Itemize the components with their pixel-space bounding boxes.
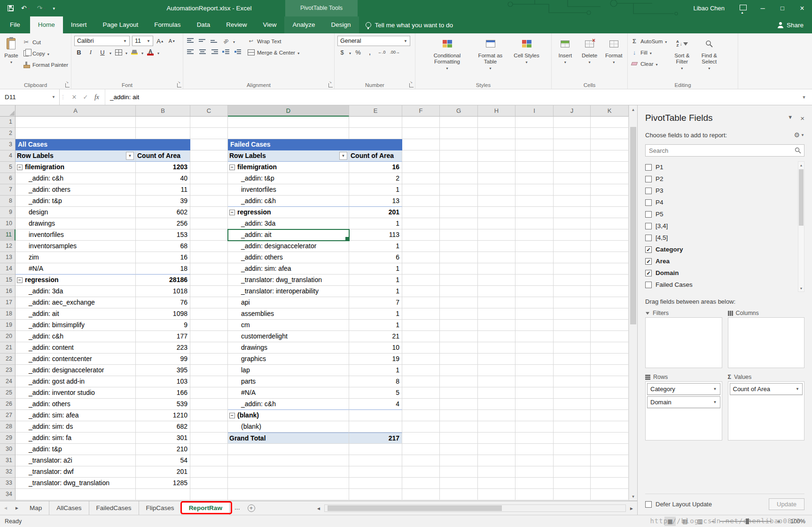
- cell-j34[interactable]: [554, 489, 591, 500]
- field-item-domain[interactable]: ✓Domain: [645, 267, 797, 279]
- cell-f29[interactable]: [402, 433, 440, 444]
- cell-h21[interactable]: [478, 342, 515, 354]
- cell-h18[interactable]: [478, 308, 515, 320]
- cell-a33[interactable]: _translator: dwg_translation: [16, 478, 136, 489]
- field-settings-button[interactable]: ⚙▼: [794, 131, 804, 139]
- bold-button[interactable]: B: [74, 47, 84, 57]
- cell-c18[interactable]: [190, 308, 228, 320]
- merge-center-button[interactable]: Merge & Center: [247, 47, 299, 57]
- cell-k26[interactable]: [591, 399, 629, 410]
- cell-j16[interactable]: [554, 286, 591, 297]
- cell-d33[interactable]: [228, 478, 349, 489]
- cell-a11[interactable]: inventorfiles: [16, 229, 136, 241]
- search-input[interactable]: [645, 144, 804, 157]
- cell-g22[interactable]: [440, 354, 478, 365]
- cell-f6[interactable]: [402, 173, 440, 184]
- cell-f27[interactable]: [402, 410, 440, 421]
- cell-g4[interactable]: [440, 150, 478, 162]
- row-header-16[interactable]: 16: [0, 286, 16, 297]
- cell-g13[interactable]: [440, 252, 478, 263]
- cancel-button[interactable]: ✕: [69, 94, 79, 101]
- field-item-3-4[interactable]: [3,4]: [645, 220, 797, 232]
- cell-k25[interactable]: [591, 387, 629, 399]
- cell-h25[interactable]: [478, 387, 515, 399]
- cell-c33[interactable]: [190, 478, 228, 489]
- row-header-6[interactable]: 6: [0, 173, 16, 184]
- redo-button[interactable]: ↷: [37, 0, 46, 17]
- orientation-button[interactable]: ab: [221, 36, 231, 46]
- cell-k20[interactable]: [591, 331, 629, 342]
- cell-j31[interactable]: [554, 455, 591, 466]
- cell-g15[interactable]: [440, 275, 478, 286]
- sheet-nav-right-button[interactable]: ►: [11, 501, 23, 515]
- cell-a8[interactable]: _addin: t&p: [16, 196, 136, 207]
- cell-j12[interactable]: [554, 241, 591, 252]
- cell-j9[interactable]: [554, 207, 591, 218]
- cell-h30[interactable]: [478, 444, 515, 455]
- cell-k8[interactable]: [591, 196, 629, 207]
- cell-c16[interactable]: [190, 286, 228, 297]
- borders-button[interactable]: [114, 47, 123, 57]
- view-page-layout-button[interactable]: ▤: [679, 517, 691, 526]
- cell-i3[interactable]: [515, 139, 554, 150]
- cell-j25[interactable]: [554, 387, 591, 399]
- cell-c5[interactable]: [190, 162, 228, 173]
- cell-d11[interactable]: _addin: ait: [228, 229, 349, 241]
- cell-b9[interactable]: 602: [136, 207, 190, 218]
- cell-g23[interactable]: [440, 365, 478, 376]
- field-checkbox-p4[interactable]: [645, 199, 652, 206]
- cell-b6[interactable]: 40: [136, 173, 190, 184]
- increase-indent-button[interactable]: [233, 47, 242, 57]
- cell-d29[interactable]: Grand Total: [228, 433, 349, 444]
- save-button[interactable]: [8, 5, 14, 11]
- area-field-count-of-area[interactable]: Count of Area▼: [730, 383, 803, 395]
- cell-b2[interactable]: [136, 128, 190, 139]
- cell-k21[interactable]: [591, 342, 629, 354]
- cell-f9[interactable]: [402, 207, 440, 218]
- cell-b14[interactable]: 18: [136, 263, 190, 275]
- italic-button[interactable]: I: [86, 47, 95, 57]
- cell-k28[interactable]: [591, 421, 629, 433]
- cell-i26[interactable]: [515, 399, 554, 410]
- cell-k9[interactable]: [591, 207, 629, 218]
- cell-h22[interactable]: [478, 354, 515, 365]
- cell-g29[interactable]: [440, 433, 478, 444]
- cell-h13[interactable]: [478, 252, 515, 263]
- cell-e10[interactable]: 1: [349, 218, 402, 229]
- row-header-7[interactable]: 7: [0, 184, 16, 196]
- cell-g26[interactable]: [440, 399, 478, 410]
- cell-f10[interactable]: [402, 218, 440, 229]
- cell-f28[interactable]: [402, 421, 440, 433]
- cell-i9[interactable]: [515, 207, 554, 218]
- enter-button[interactable]: ✓: [80, 94, 91, 101]
- cell-a2[interactable]: [16, 128, 136, 139]
- cell-a25[interactable]: _addin: inventor studio: [16, 387, 136, 399]
- cell-i31[interactable]: [515, 455, 554, 466]
- cell-f32[interactable]: [402, 466, 440, 478]
- cell-g33[interactable]: [440, 478, 478, 489]
- decrease-decimal-button[interactable]: .00→: [389, 47, 401, 57]
- cell-a7[interactable]: _addin: others: [16, 184, 136, 196]
- cell-e32[interactable]: [349, 466, 402, 478]
- cell-h26[interactable]: [478, 399, 515, 410]
- cell-h34[interactable]: [478, 489, 515, 500]
- row-header-4[interactable]: 4: [0, 150, 16, 162]
- cell-g17[interactable]: [440, 297, 478, 308]
- format-as-table-button[interactable]: Format as Table: [472, 35, 509, 80]
- cell-b27[interactable]: 1210: [136, 410, 190, 421]
- row-header-25[interactable]: 25: [0, 387, 16, 399]
- cell-b23[interactable]: 395: [136, 365, 190, 376]
- cell-j22[interactable]: [554, 354, 591, 365]
- new-sheet-button[interactable]: +: [245, 501, 258, 515]
- cell-a17[interactable]: _addin: aec_exchange: [16, 297, 136, 308]
- cell-h23[interactable]: [478, 365, 515, 376]
- paste-button[interactable]: Paste: [3, 35, 20, 80]
- filter-dropdown-button[interactable]: ▼: [126, 152, 134, 160]
- cell-c24[interactable]: [190, 376, 228, 387]
- cell-c1[interactable]: [190, 117, 228, 128]
- row-header-11[interactable]: 11: [0, 229, 16, 241]
- row-header-30[interactable]: 30: [0, 444, 16, 455]
- cell-c2[interactable]: [190, 128, 228, 139]
- cell-b25[interactable]: 166: [136, 387, 190, 399]
- cell-f18[interactable]: [402, 308, 440, 320]
